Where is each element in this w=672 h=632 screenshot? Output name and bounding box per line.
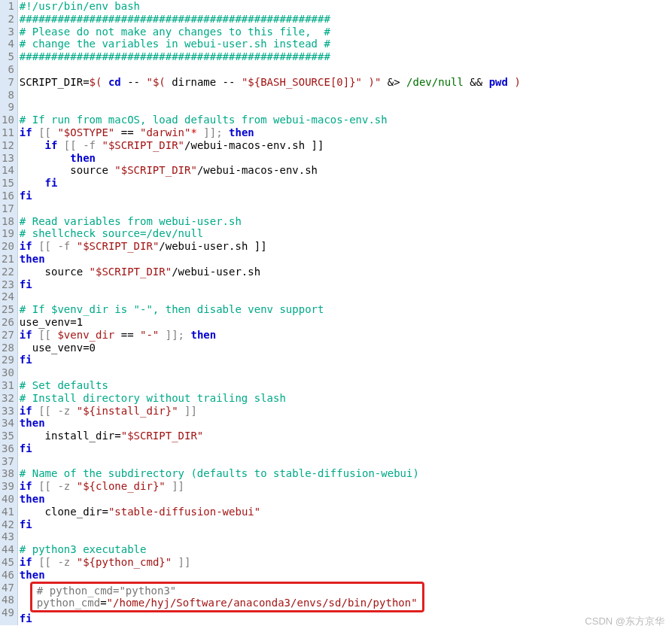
line-number: 1: [2, 0, 14, 13]
code-line: if [[ -z "${clone_dir}" ]]: [20, 480, 672, 493]
code-line: then: [20, 569, 672, 582]
line-number: 42: [2, 518, 14, 531]
line-number: 19: [2, 227, 14, 240]
code-editor: 1234567891011121314151617181920212223242…: [0, 0, 672, 625]
code-line: fi: [20, 518, 672, 531]
line-number: 31: [2, 379, 14, 392]
code-line: clone_dir="stable-diffusion-webui": [20, 506, 672, 518]
code-line: fi: [20, 177, 672, 190]
line-number: 32: [2, 392, 14, 405]
line-number-gutter: 1234567891011121314151617181920212223242…: [0, 0, 18, 625]
line-number: 47: [2, 582, 14, 594]
code-line: # Set defaults: [20, 379, 672, 392]
watermark: CSDN @东方京华: [585, 615, 664, 625]
highlight-box: # python_cmd="python3"python_cmd="/home/…: [30, 582, 424, 613]
line-number: 43: [2, 530, 14, 543]
line-number: 6: [2, 63, 14, 76]
code-line: fi: [20, 354, 672, 366]
code-line: #!/usr/bin/env bash: [20, 0, 672, 13]
line-number: 10: [2, 114, 14, 126]
line-number: 45: [2, 556, 14, 569]
code-line: if [[ -f "$SCRIPT_DIR"/webui-user.sh ]]: [20, 240, 672, 253]
code-line: then: [20, 417, 672, 430]
line-number: 20: [2, 240, 14, 253]
line-number: 4: [2, 38, 14, 50]
line-number: 22: [2, 266, 14, 278]
line-number: 15: [2, 177, 14, 190]
line-number: 9: [2, 101, 14, 114]
code-line: if [[ -z "${install_dir}" ]]: [20, 405, 672, 418]
code-line: if [[ -f "$SCRIPT_DIR"/webui-macos-env.s…: [20, 139, 672, 152]
line-number: 28: [2, 342, 14, 354]
line-number: 46: [2, 569, 14, 582]
code-line: fi: [20, 278, 672, 291]
line-number: 33: [2, 405, 14, 418]
code-line: [20, 455, 672, 468]
code-line: source "$SCRIPT_DIR"/webui-macos-env.sh: [20, 164, 672, 177]
line-number: 11: [2, 126, 14, 139]
code-line: python_cmd="/home/hyj/Software/anaconda3…: [37, 597, 418, 609]
code-line: if [[ -z "${python_cmd}" ]]: [20, 556, 672, 569]
line-number: 8: [2, 89, 14, 102]
line-number: 17: [2, 202, 14, 215]
code-line: [20, 530, 672, 543]
line-number: 18: [2, 215, 14, 228]
line-number: 41: [2, 506, 14, 518]
code-line: fi: [20, 190, 672, 202]
code-line: [20, 63, 672, 76]
line-number: 25: [2, 303, 14, 316]
line-number: 13: [2, 152, 14, 165]
line-number: 7: [2, 76, 14, 89]
line-number: 2: [2, 13, 14, 26]
code-line: fi: [20, 442, 672, 455]
code-line: [20, 202, 672, 215]
code-line: [20, 366, 672, 379]
code-line: # shellcheck source=/dev/null: [20, 227, 672, 240]
code-line: # python_cmd="python3": [37, 585, 418, 597]
code-line: # Name of the subdirectory (defaults to …: [20, 467, 672, 480]
code-line: then: [20, 152, 672, 165]
code-line: use_venv=1: [20, 316, 672, 329]
code-line: [20, 101, 672, 114]
code-line: then: [20, 493, 672, 506]
line-number: 26: [2, 316, 14, 329]
code-line: # python3 executable: [20, 543, 672, 556]
code-line: [20, 290, 672, 303]
code-area: #!/usr/bin/env bash#####################…: [18, 0, 672, 625]
line-number: 30: [2, 366, 14, 379]
line-number: 40: [2, 493, 14, 506]
line-number: 3: [2, 26, 14, 38]
line-number: 36: [2, 442, 14, 455]
code-line: then: [20, 253, 672, 266]
code-line: SCRIPT_DIR=$( cd -- "$( dirname -- "${BA…: [20, 76, 672, 89]
line-number: 21: [2, 253, 14, 266]
code-line: install_dir="$SCRIPT_DIR": [20, 430, 672, 442]
line-number: 49: [2, 606, 14, 619]
line-number: 24: [2, 290, 14, 303]
code-line: # change the variables in webui-user.sh …: [20, 38, 672, 50]
code-line: # Please do not make any changes to this…: [20, 26, 672, 38]
code-line: ########################################…: [20, 13, 672, 26]
code-line: # If run from macOS, load defaults from …: [20, 114, 672, 126]
line-number: 14: [2, 164, 14, 177]
code-line: # If $venv_dir is "-", then disable venv…: [20, 303, 672, 316]
line-number: 38: [2, 467, 14, 480]
line-number: 12: [2, 139, 14, 152]
code-line: source "$SCRIPT_DIR"/webui-user.sh: [20, 266, 672, 278]
code-line: if [[ "$OSTYPE" == "darwin"* ]]; then: [20, 126, 672, 139]
line-number: 29: [2, 354, 14, 366]
line-number: 5: [2, 50, 14, 63]
code-line: [20, 89, 672, 102]
line-number: 48: [2, 594, 14, 606]
code-line: if [[ $venv_dir == "-" ]]; then: [20, 329, 672, 342]
line-number: 16: [2, 190, 14, 202]
line-number: 27: [2, 329, 14, 342]
line-number: 23: [2, 278, 14, 291]
code-line: fi: [20, 612, 672, 625]
line-number: 37: [2, 455, 14, 468]
line-number: 39: [2, 480, 14, 493]
code-line: ########################################…: [20, 50, 672, 63]
code-line: use_venv=0: [20, 342, 672, 354]
line-number: 35: [2, 430, 14, 442]
code-line: # Read variables from webui-user.sh: [20, 215, 672, 228]
